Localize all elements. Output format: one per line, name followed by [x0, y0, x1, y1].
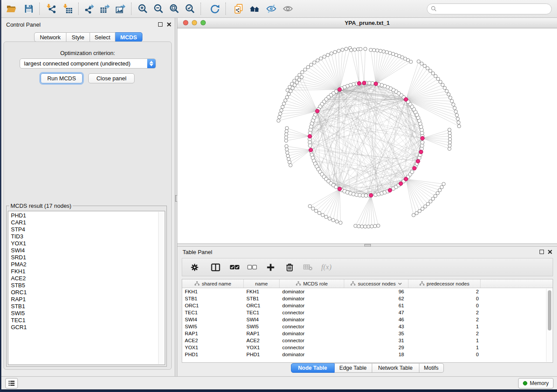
- mcds-result-item[interactable]: ACE2: [11, 275, 159, 282]
- search-input[interactable]: [439, 5, 547, 13]
- mcds-result-item[interactable]: PMA2: [11, 261, 159, 268]
- home-networks-button[interactable]: [248, 2, 261, 15]
- table-cell: YOX1: [182, 345, 244, 350]
- function-builder-button-disabled[interactable]: f(x): [319, 260, 333, 274]
- import-table-button[interactable]: [61, 2, 74, 15]
- import-network-button[interactable]: [45, 2, 58, 15]
- mcds-result-item[interactable]: YOX1: [11, 240, 159, 247]
- tab-mcds[interactable]: MCDS: [115, 32, 142, 42]
- search-box: [427, 3, 552, 14]
- tab-select[interactable]: Select: [90, 32, 115, 42]
- table-row[interactable]: PHD1PHD1dominator180: [182, 351, 553, 358]
- mcds-result-item[interactable]: CAR1: [11, 219, 159, 226]
- table-row[interactable]: ORC1ORC1dominator610: [182, 302, 553, 309]
- column-header-successor-nodes[interactable]: successor nodes: [344, 279, 408, 288]
- table-row[interactable]: RAP1RAP1dominator352: [182, 330, 553, 337]
- network-graph[interactable]: [177, 28, 557, 243]
- mcds-result-item[interactable]: ORC1: [11, 289, 159, 296]
- tab-node-table[interactable]: Node Table: [291, 363, 335, 373]
- result-list-scrollbar[interactable]: [158, 212, 164, 364]
- zoom-selected-button[interactable]: [183, 2, 197, 15]
- table-row[interactable]: SWI5SWI5connector431: [182, 323, 553, 330]
- optimization-criterion-select[interactable]: largest connected component (undirected): [20, 58, 156, 69]
- column-header-MCDS-role[interactable]: MCDS role: [280, 279, 344, 288]
- table-row[interactable]: YOX1YOX1connector291: [182, 344, 553, 351]
- table-cell: 61: [344, 303, 408, 308]
- mcds-result-item[interactable]: FKH1: [11, 268, 159, 275]
- table-row[interactable]: FKH1FKH1dominator962: [182, 288, 553, 295]
- zoom-out-button[interactable]: [152, 2, 165, 15]
- unchecked-boxes-icon: [247, 265, 257, 270]
- apply-layout-button[interactable]: [208, 2, 221, 15]
- memory-button[interactable]: Memory: [518, 378, 554, 389]
- mcds-result-list: PHD1CAR1STP4TID3YOX1SWI4SRD1PMA2FKH1ACE2…: [8, 211, 165, 365]
- mcds-result-item[interactable]: STB1: [11, 303, 159, 310]
- close-icon: [547, 249, 553, 254]
- export-image-icon: [115, 3, 126, 14]
- delete-table-button-disabled[interactable]: [302, 261, 314, 273]
- save-session-button[interactable]: [22, 2, 35, 15]
- table-cell: ACE2: [244, 338, 280, 343]
- select-all-columns-button[interactable]: [228, 261, 241, 273]
- mcds-result-item[interactable]: RAP1: [11, 296, 159, 303]
- mcds-result-item[interactable]: TEC1: [11, 317, 159, 324]
- column-header-predecessor-nodes[interactable]: predecessor nodes: [408, 279, 481, 288]
- zoom-fit-button[interactable]: [168, 2, 181, 15]
- export-network-icon: [84, 3, 94, 14]
- clone-network-button[interactable]: [232, 2, 246, 15]
- open-file-button[interactable]: [5, 2, 18, 15]
- column-header-shared-name[interactable]: shared name: [182, 279, 244, 288]
- horizontal-splitter[interactable]: [177, 244, 557, 247]
- table-row[interactable]: SWI4SWI4dominator462: [182, 316, 553, 323]
- table-scrollbar-thumb[interactable]: [548, 290, 551, 330]
- delete-column-button[interactable]: [284, 261, 296, 273]
- run-mcds-button[interactable]: Run MCDS: [41, 73, 83, 83]
- unselect-all-columns-button[interactable]: [246, 261, 258, 273]
- window-close-button[interactable]: [183, 20, 188, 25]
- show-column-panel-button[interactable]: [209, 261, 221, 273]
- refresh-icon: [210, 3, 220, 14]
- table-row[interactable]: STB1STB1dominator620: [182, 295, 553, 302]
- task-history-button[interactable]: [5, 378, 18, 389]
- mcds-result-item[interactable]: STB5: [11, 282, 159, 289]
- table-row[interactable]: TEC1TEC1connector472: [182, 309, 553, 316]
- table-panel-close-button[interactable]: [547, 249, 553, 254]
- tab-style[interactable]: Style: [66, 32, 90, 42]
- network-canvas[interactable]: [177, 28, 557, 243]
- show-graphics-button[interactable]: [281, 2, 294, 15]
- window-zoom-button[interactable]: [201, 20, 206, 25]
- table-toolbar: f(x): [182, 258, 553, 276]
- table-settings-button[interactable]: [188, 261, 201, 273]
- control-panel-close-button[interactable]: [166, 22, 172, 27]
- mcds-tab-pane: Optimization criterion: largest connecte…: [3, 41, 172, 370]
- tab-network[interactable]: Network: [34, 32, 66, 42]
- tab-motifs[interactable]: Motifs: [419, 363, 444, 373]
- mcds-result-item[interactable]: PHD1: [11, 212, 159, 219]
- create-column-button[interactable]: [264, 261, 277, 273]
- control-panel-float-button[interactable]: [158, 22, 163, 27]
- hide-graphics-button[interactable]: [265, 2, 278, 15]
- table-row[interactable]: ACE2ACE2connector311: [182, 337, 553, 344]
- close-panel-button[interactable]: Close panel: [88, 73, 135, 83]
- window-minimize-button[interactable]: [192, 20, 197, 25]
- table-cell: dominator: [280, 317, 344, 322]
- zoom-in-button[interactable]: [136, 2, 149, 15]
- table-cell: dominator: [280, 303, 344, 308]
- mcds-result-item[interactable]: SWI5: [11, 310, 159, 317]
- mcds-result-item[interactable]: TID3: [11, 233, 159, 240]
- mcds-result-item[interactable]: GCR1: [11, 324, 159, 331]
- tab-network-table[interactable]: Network Table: [372, 363, 419, 373]
- table-cell: dominator: [280, 331, 344, 336]
- mcds-result-item[interactable]: SRD1: [11, 254, 159, 261]
- tab-edge-table[interactable]: Edge Table: [335, 363, 372, 373]
- memory-label: Memory: [530, 380, 549, 386]
- mcds-result-item[interactable]: SWI4: [11, 247, 159, 254]
- mcds-result-item[interactable]: STP4: [11, 226, 159, 233]
- export-image-button[interactable]: [114, 2, 127, 15]
- export-table-button[interactable]: [98, 2, 111, 15]
- table-panel-float-button[interactable]: [540, 250, 544, 254]
- table-scrollbar[interactable]: [546, 289, 553, 362]
- export-network-button[interactable]: [83, 2, 96, 15]
- column-header-name[interactable]: name: [244, 279, 280, 288]
- delete-table-icon: [303, 264, 313, 271]
